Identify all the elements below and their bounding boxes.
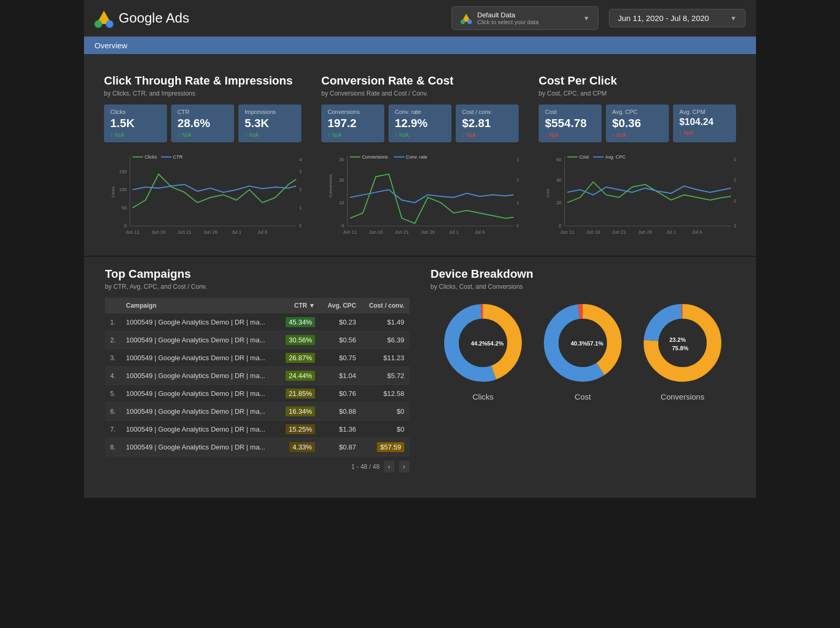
svg-point-4 (467, 19, 472, 24)
cost-metric-cards: Cost $554.78 N/A Avg. CPC $0.36 N/A Avg.… (539, 104, 736, 142)
cost-arrow-icon (545, 132, 548, 138)
svg-text:0: 0 (734, 224, 736, 229)
svg-text:Jul 6: Jul 6 (692, 229, 702, 235)
app-name: Google Ads (119, 10, 189, 26)
chevron-down-icon: ▼ (583, 15, 590, 22)
cost-chart: 0 20 40 60 0 0.2 0.4 0.6 Jun 11 Jun 16 J… (539, 151, 736, 244)
col-ctr[interactable]: CTR ▼ (278, 298, 320, 313)
clicks-value: 1.5K (110, 117, 161, 130)
svg-point-2 (94, 20, 102, 27)
device-breakdown-panel: Device Breakdown by Clicks, Cost, and Co… (420, 257, 746, 487)
metrics-panels-row: Click Through Rate & Impressions by Clic… (94, 65, 746, 255)
ctr-chart-container: 0 50 100 150 0% 10% 20% 30% 40% Jun 11 (104, 151, 301, 245)
row-campaign: 1000549 | Google Analytics Demo | DR | m… (121, 331, 278, 349)
svg-text:54.2%: 54.2% (487, 340, 503, 347)
svg-text:Conv. rate: Conv. rate (406, 154, 427, 160)
svg-text:10: 10 (339, 200, 344, 205)
cost-conv-card: Cost / conv. $2.81 N/A (456, 104, 519, 142)
clicks-donut-label: Clicks (441, 392, 525, 401)
conversions-card: Conversions 197.2 N/A (321, 104, 384, 142)
conversion-panel-title: Conversion Rate & Cost (321, 74, 519, 88)
row-ctr: 26.87% (278, 349, 320, 367)
ctr-metric-cards: Clicks 1.5K N/A CTR 28.6% N/A Impression… (104, 104, 301, 142)
svg-text:Jun 26: Jun 26 (421, 229, 435, 235)
row-cpc: $1.04 (320, 367, 361, 385)
svg-text:57.1%: 57.1% (587, 340, 603, 347)
data-selector[interactable]: Default Data Click to select your data ▼ (452, 6, 598, 30)
cost-panel-title: Cost Per Click (539, 74, 736, 88)
row-cost-conv: $0 (361, 403, 410, 421)
svg-text:Jun 16: Jun 16 (586, 229, 601, 235)
row-cost-conv: $11.23 (361, 349, 410, 367)
overview-bar: Overview (84, 37, 756, 54)
row-cpc: $0.76 (320, 385, 361, 403)
svg-point-5 (460, 19, 465, 24)
conv-rate-value: 12.9% (395, 117, 445, 130)
conversions-donut-label: Conversions (640, 392, 724, 401)
cost-donut-svg: 40.3% 57.1% (541, 301, 625, 385)
svg-text:30%: 30% (299, 169, 301, 174)
pagination-next-button[interactable]: › (399, 460, 410, 473)
date-range-selector[interactable]: Jun 11, 2020 - Jul 8, 2020 ▼ (609, 9, 746, 27)
impressions-label: Impressions (245, 109, 295, 115)
svg-point-1 (106, 20, 113, 27)
impressions-arrow-icon (245, 132, 248, 138)
svg-text:150: 150 (119, 169, 127, 174)
row-ctr: 21.85% (278, 385, 320, 403)
svg-text:100: 100 (119, 187, 127, 192)
row-num: 7. (105, 421, 121, 438)
col-campaign[interactable]: Campaign (121, 298, 278, 313)
svg-text:20%: 20% (517, 178, 519, 183)
row-campaign: 1000549 | Google Analytics Demo | DR | m… (121, 403, 278, 421)
conversion-panel: Conversion Rate & Cost by Conversions Ra… (312, 65, 528, 255)
svg-text:60: 60 (556, 157, 562, 162)
app-header: Google Ads Default Data Click to select … (84, 0, 756, 37)
cost-chart-container: 0 20 40 60 0 0.2 0.4 0.6 Jun 11 Jun 16 J… (539, 151, 736, 245)
clicks-donut-svg: 44.2% 54.2% (441, 301, 525, 385)
cost-panel-subtitle: by Cost, CPC, and CPM (539, 90, 736, 97)
campaigns-table: Campaign CTR ▼ Avg. CPC Cost / conv. 1. … (105, 298, 410, 456)
ctr-panel-subtitle: by Clicks, CTR, and Impressions (104, 90, 301, 97)
impressions-card: Impressions 5.3K N/A (238, 104, 301, 142)
table-row: 1. 1000549 | Google Analytics Demo | DR … (105, 313, 410, 331)
svg-text:Jun 21: Jun 21 (612, 229, 626, 235)
svg-text:75.8%: 75.8% (672, 345, 688, 351)
svg-text:Jun 26: Jun 26 (638, 229, 652, 235)
clicks-label: Clicks (110, 109, 161, 115)
row-campaign: 1000549 | Google Analytics Demo | DR | m… (121, 367, 278, 385)
svg-text:Avg. CPC: Avg. CPC (605, 154, 626, 160)
table-pagination: 1 - 48 / 48 ‹ › (105, 456, 410, 477)
avg-cpc-change: N/A (612, 132, 663, 138)
row-cost-conv: $0 (361, 421, 410, 438)
svg-text:Clicks: Clicks (144, 154, 157, 160)
row-cost-conv: $6.39 (361, 331, 410, 349)
avg-cpc-arrow-icon (612, 132, 615, 138)
row-campaign: 1000549 | Google Analytics Demo | DR | m… (121, 349, 278, 367)
row-ctr: 15.25% (278, 421, 320, 438)
cost-panel: Cost Per Click by Cost, CPC, and CPM Cos… (529, 65, 746, 255)
row-cost-conv: $1.49 (361, 313, 410, 331)
avg-cpc-card: Avg. CPC $0.36 N/A (606, 104, 669, 142)
cost-value: $554.78 (545, 117, 595, 130)
pagination-prev-button[interactable]: ‹ (384, 460, 394, 473)
main-content: Click Through Rate & Impressions by Clic… (84, 54, 756, 498)
clicks-card: Clicks 1.5K N/A (104, 104, 167, 142)
ctr-panel-title: Click Through Rate & Impressions (104, 74, 301, 88)
svg-text:0.6: 0.6 (734, 157, 736, 162)
data-selector-text: Default Data Click to select your data (477, 11, 574, 25)
campaigns-title: Top Campaigns (105, 267, 410, 281)
impressions-change: N/A (245, 132, 295, 138)
conversion-chart: 0 10 20 30 0% 10% 20% 30% Jun 11 Jun 16 … (321, 151, 519, 244)
logo-area: Google Ads (94, 9, 189, 28)
svg-text:0.2: 0.2 (734, 198, 736, 204)
conv-rate-change: N/A (395, 132, 445, 138)
svg-text:Jun 21: Jun 21 (395, 229, 409, 235)
table-row: 2. 1000549 | Google Analytics Demo | DR … (105, 331, 410, 349)
svg-text:Conversions: Conversions (328, 174, 333, 197)
row-num: 8. (105, 438, 121, 456)
campaigns-panel: Top Campaigns by CTR, Avg. CPC, and Cost… (94, 257, 420, 487)
conv-rate-label: Conv. rate (395, 109, 445, 115)
svg-text:0.4: 0.4 (734, 178, 736, 183)
svg-text:20%: 20% (299, 187, 301, 192)
data-selector-title: Default Data (477, 11, 574, 19)
